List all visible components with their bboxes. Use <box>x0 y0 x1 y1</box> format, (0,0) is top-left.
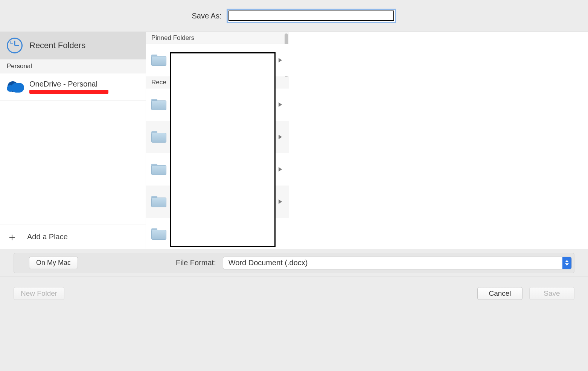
file-format-value: Word Document (.docx) <box>228 258 308 267</box>
chevron-right-icon <box>279 135 282 139</box>
bottom-bar: New Folder Cancel Save <box>0 277 588 310</box>
onedrive-label: OneDrive - Personal <box>29 80 108 88</box>
save-button[interactable]: Save <box>529 287 574 300</box>
folder-icon <box>151 55 166 66</box>
chevron-right-icon <box>279 199 282 204</box>
chevron-right-icon <box>279 102 282 107</box>
redacted-account-text <box>29 90 108 94</box>
sidebar-section-personal: Personal <box>0 59 146 73</box>
save-as-bar: Save As: <box>0 0 588 32</box>
sidebar-spacer <box>0 100 146 225</box>
redaction-overlay <box>170 52 276 247</box>
file-format-label: File Format: <box>176 258 216 267</box>
format-bar: On My Mac File Format: Word Document (.d… <box>0 249 588 277</box>
folder-icon <box>151 99 166 110</box>
save-as-input[interactable] <box>228 11 394 21</box>
folder-icon <box>151 164 166 175</box>
folder-list-column: || Pinned Folders Rece <box>146 32 289 249</box>
save-as-input-wrap <box>227 9 396 23</box>
sidebar: L Recent Folders Personal OneDrive - Per… <box>0 32 146 249</box>
plus-icon: ＋ <box>7 230 17 244</box>
save-as-label: Save As: <box>192 12 222 20</box>
on-my-mac-button[interactable]: On My Mac <box>29 257 78 269</box>
cancel-button[interactable]: Cancel <box>477 287 522 300</box>
add-place-label: Add a Place <box>27 233 68 241</box>
clock-icon: L <box>7 38 23 53</box>
select-stepper-icon <box>562 257 571 269</box>
chevron-right-icon <box>279 58 282 62</box>
sidebar-item-onedrive-personal[interactable]: OneDrive - Personal <box>0 73 146 100</box>
file-format-select[interactable]: Word Document (.docx) <box>223 257 572 269</box>
new-folder-button[interactable]: New Folder <box>14 287 64 300</box>
onedrive-icon <box>7 81 24 93</box>
format-bar-inner: On My Mac File Format: Word Document (.d… <box>14 253 574 273</box>
folder-icon <box>151 228 166 240</box>
sidebar-item-add-place[interactable]: ＋ Add a Place <box>0 225 146 249</box>
folder-icon <box>151 196 166 207</box>
preview-pane <box>289 32 588 249</box>
recent-folders-label: Recent Folders <box>29 41 85 50</box>
folder-icon <box>151 131 166 143</box>
chevron-right-icon <box>279 167 282 172</box>
sidebar-item-recent-folders[interactable]: L Recent Folders <box>0 32 146 59</box>
pinned-folders-header: Pinned Folders <box>146 32 289 44</box>
middle-area: L Recent Folders Personal OneDrive - Per… <box>0 32 588 249</box>
